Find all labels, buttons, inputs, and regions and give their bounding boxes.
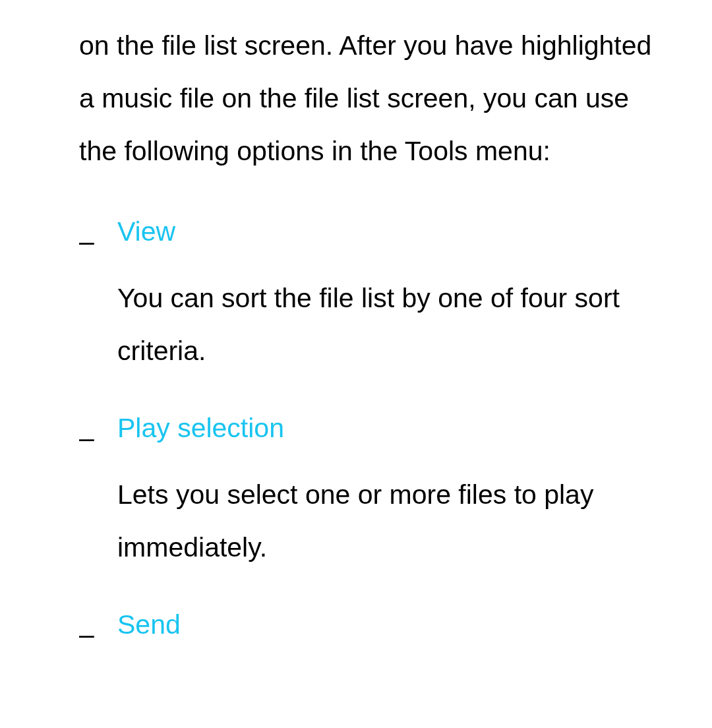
bullet-dash: –: [79, 411, 117, 574]
list-item: – View You can sort the file list by one…: [79, 214, 672, 378]
bullet-dash: –: [79, 214, 117, 378]
item-content: View You can sort the file list by one o…: [117, 214, 672, 378]
intro-paragraph: on the file list screen. After you have …: [79, 20, 672, 178]
item-title-send: Send: [117, 607, 672, 642]
item-description: Lets you select one or more files to pla…: [117, 469, 672, 574]
list-item: – Play selection Lets you select one or …: [79, 411, 672, 574]
item-title-view: View: [117, 214, 672, 249]
list-item: – Send: [79, 607, 672, 665]
options-list: – View You can sort the file list by one…: [79, 214, 672, 666]
item-title-play-selection: Play selection: [117, 411, 672, 446]
item-content: Play selection Lets you select one or mo…: [117, 411, 672, 574]
bullet-dash: –: [79, 607, 117, 665]
item-content: Send: [117, 607, 672, 665]
item-description: You can sort the file list by one of fou…: [117, 272, 672, 378]
